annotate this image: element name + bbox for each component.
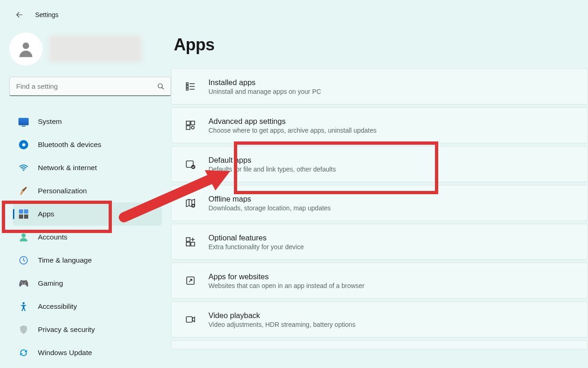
card-advanced-settings[interactable]: Advanced app settings Choose where to ge… [171,107,588,143]
personalization-icon [18,186,29,196]
profile-block[interactable] [9,32,162,66]
card-installed-apps[interactable]: Installed apps Uninstall and manage apps… [171,68,588,104]
shield-icon [18,325,29,335]
svg-point-3 [23,170,24,171]
system-icon [18,117,29,127]
card-partial-next[interactable] [171,340,588,350]
svg-rect-24 [186,317,192,322]
header: Settings [0,0,588,24]
update-icon [18,348,29,358]
card-desc: Downloads, storage location, map updates [208,204,331,212]
sidebar-item-time[interactable]: Time & language [13,249,162,272]
svg-rect-20 [186,238,190,241]
app-title: Settings [35,11,59,18]
cards-list: Installed apps Uninstall and manage apps… [171,68,588,350]
sidebar-item-update[interactable]: Windows Update [13,341,162,364]
svg-rect-15 [186,126,190,129]
grid-plus-icon [184,236,196,248]
default-app-icon [184,158,196,170]
card-title: Advanced app settings [208,117,376,126]
card-title: Optional features [208,233,304,242]
sidebar-item-apps[interactable]: Apps [13,202,162,226]
card-desc: Video adjustments, HDR streaming, batter… [208,321,355,328]
card-offline-maps[interactable]: Offline maps Downloads, storage location… [171,185,588,221]
accounts-icon [18,232,29,242]
card-title: Installed apps [208,78,321,87]
main-panel: Apps Installed apps Uninstall and manage… [171,24,588,368]
apps-icon [18,209,29,219]
svg-point-1 [158,84,162,88]
sidebar-item-bluetooth[interactable]: ⁕ Bluetooth & devices [13,133,162,156]
svg-point-4 [21,233,25,238]
search-icon [157,83,165,90]
sidebar-item-network[interactable]: Network & internet [13,156,162,179]
sidebar-item-label: System [38,117,62,126]
bluetooth-icon: ⁕ [18,140,29,150]
card-video-playback[interactable]: Video playback Video adjustments, HDR st… [171,301,588,337]
card-apps-for-websites[interactable]: Apps for websites Websites that can open… [171,263,588,299]
card-desc: Defaults for file and link types, other … [208,166,336,173]
svg-point-16 [191,126,194,129]
accessibility-icon [18,301,29,312]
sidebar-item-label: Accounts [38,233,67,241]
nav: System ⁕ Bluetooth & devices Network & i… [13,110,162,364]
avatar [9,32,43,66]
sidebar-item-label: Bluetooth & devices [38,141,101,149]
sidebar-item-system[interactable]: System [13,110,162,133]
gaming-icon: 🎮 [18,278,29,288]
card-desc: Extra functionality for your device [208,243,304,251]
profile-name-blurred [49,36,141,62]
svg-rect-14 [191,121,195,125]
list-icon [184,80,196,92]
wifi-icon [18,163,29,173]
search-container [9,77,171,96]
sidebar-item-accessibility[interactable]: Accessibility [13,295,162,318]
card-title: Apps for websites [208,272,365,281]
card-optional-features[interactable]: Optional features Extra functionality fo… [171,224,588,260]
map-icon [184,197,196,209]
gear-grid-icon [184,119,196,131]
page-title: Apps [174,35,588,55]
sidebar-item-gaming[interactable]: 🎮 Gaming [13,272,162,295]
card-desc: Choose where to get apps, archive apps, … [208,127,376,134]
sidebar-item-label: Gaming [38,279,63,288]
sidebar-item-label: Privacy & security [38,325,95,334]
sidebar-item-label: Accessibility [38,302,77,311]
svg-rect-13 [186,121,190,125]
back-arrow-icon [15,11,24,19]
back-button[interactable] [13,8,26,21]
card-title: Video playback [208,311,355,320]
svg-rect-9 [186,88,188,90]
svg-rect-7 [186,83,188,85]
clock-icon [18,255,29,265]
sidebar-item-personalization[interactable]: Personalization [13,179,162,202]
svg-point-6 [23,302,25,304]
sidebar-item-label: Network & internet [38,164,97,172]
sidebar-item-label: Time & language [38,256,92,264]
card-desc: Uninstall and manage apps on your PC [208,88,321,95]
sidebar-item-label: Personalization [38,187,87,195]
card-default-apps[interactable]: Default apps Defaults for file and link … [171,146,588,182]
card-title: Offline maps [208,195,331,203]
video-icon [184,313,196,325]
svg-rect-8 [186,86,188,87]
sidebar-item-privacy[interactable]: Privacy & security [13,318,162,341]
svg-rect-22 [191,242,195,246]
open-link-icon [184,275,196,287]
search-input[interactable] [9,77,171,96]
sidebar-item-accounts[interactable]: Accounts [13,226,162,249]
sidebar-item-label: Apps [38,210,54,218]
sidebar-item-label: Windows Update [38,349,92,357]
sidebar: System ⁕ Bluetooth & devices Network & i… [0,24,171,368]
card-desc: Websites that can open in an app instead… [208,282,365,289]
svg-rect-21 [186,242,190,246]
user-icon [16,39,36,59]
svg-point-0 [23,43,29,49]
svg-line-2 [162,87,164,89]
card-title: Default apps [208,156,336,165]
